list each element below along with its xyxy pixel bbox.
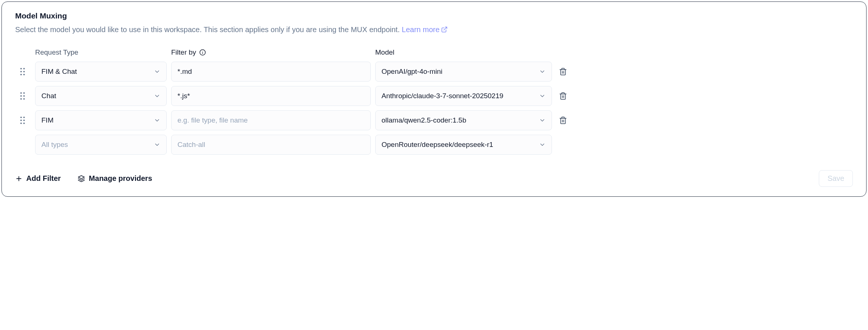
model-select[interactable]: ollama/qwen2.5-coder:1.5b <box>375 110 552 130</box>
svg-point-17 <box>23 98 25 100</box>
request-type-value: Chat <box>41 92 56 100</box>
model-muxing-panel: Model Muxing Select the model you would … <box>1 1 867 197</box>
delete-rule-button[interactable] <box>556 65 570 78</box>
request-type-value: FIM <box>41 116 54 124</box>
rule-row: FIM & ChatOpenAI/gpt-4o-mini <box>15 62 853 82</box>
learn-more-link[interactable]: Learn more <box>402 25 448 34</box>
model-value: ollama/qwen2.5-coder:1.5b <box>382 116 466 124</box>
info-icon[interactable] <box>199 49 206 56</box>
drag-handle-icon[interactable] <box>15 67 31 76</box>
filter-input <box>177 135 365 154</box>
svg-point-8 <box>20 74 22 75</box>
request-type-value: All types <box>41 141 68 149</box>
chevron-down-icon <box>539 141 546 148</box>
chevron-down-icon <box>154 141 160 148</box>
svg-point-12 <box>20 92 22 94</box>
drag-handle-icon[interactable] <box>15 91 31 101</box>
manage-providers-button[interactable]: Manage providers <box>78 174 152 183</box>
svg-point-24 <box>20 123 22 124</box>
svg-point-22 <box>20 120 22 121</box>
chevron-down-icon <box>154 117 160 124</box>
filter-input-wrapper <box>171 86 371 106</box>
chevron-down-icon <box>154 68 160 75</box>
svg-point-4 <box>20 68 22 69</box>
plus-icon <box>15 175 23 182</box>
delete-rule-button[interactable] <box>556 114 570 127</box>
rules-list: FIM & ChatOpenAI/gpt-4o-miniChatAnthropi… <box>15 62 853 155</box>
svg-point-23 <box>23 120 25 121</box>
model-select[interactable]: OpenRouter/deepseek/deepseek-r1 <box>375 135 552 155</box>
svg-point-9 <box>23 74 25 75</box>
filter-input-wrapper <box>171 135 371 155</box>
svg-point-15 <box>23 95 25 97</box>
add-filter-button[interactable]: Add Filter <box>15 174 61 183</box>
model-select[interactable]: OpenAI/gpt-4o-mini <box>375 62 552 82</box>
svg-point-20 <box>20 117 22 118</box>
external-link-icon <box>441 26 448 33</box>
rule-row: FIMollama/qwen2.5-coder:1.5b <box>15 110 853 130</box>
save-button[interactable]: Save <box>819 170 853 187</box>
svg-line-0 <box>444 27 447 30</box>
header-model: Model <box>375 48 552 56</box>
svg-point-6 <box>20 71 22 72</box>
filter-input[interactable] <box>177 62 365 81</box>
trash-icon <box>559 116 567 124</box>
table-header: Request Type Filter by Model <box>15 48 853 56</box>
svg-point-14 <box>20 95 22 97</box>
request-type-select[interactable]: Chat <box>35 86 167 106</box>
chevron-down-icon <box>539 93 546 99</box>
model-select[interactable]: Anthropic/claude-3-7-sonnet-20250219 <box>375 86 552 106</box>
rule-row: All typesOpenRouter/deepseek/deepseek-r1 <box>15 135 853 155</box>
trash-icon <box>559 68 567 76</box>
trash-icon <box>559 92 567 100</box>
header-filter-by: Filter by <box>171 48 371 56</box>
header-request-type: Request Type <box>35 48 167 56</box>
rule-row: ChatAnthropic/claude-3-7-sonnet-20250219 <box>15 86 853 106</box>
svg-point-7 <box>23 71 25 72</box>
filter-input[interactable] <box>177 111 365 130</box>
delete-rule-button[interactable] <box>556 89 570 103</box>
drag-handle-icon[interactable] <box>15 116 31 125</box>
chevron-down-icon <box>154 93 160 99</box>
model-value: OpenAI/gpt-4o-mini <box>382 68 443 76</box>
svg-point-16 <box>20 98 22 100</box>
svg-point-13 <box>23 92 25 94</box>
svg-point-5 <box>23 68 25 69</box>
filter-input-wrapper <box>171 62 371 82</box>
svg-point-25 <box>23 123 25 124</box>
request-type-select: All types <box>35 135 167 155</box>
request-type-select[interactable]: FIM & Chat <box>35 62 167 82</box>
svg-point-21 <box>23 117 25 118</box>
chevron-down-icon <box>539 117 546 124</box>
model-value: Anthropic/claude-3-7-sonnet-20250219 <box>382 92 503 100</box>
svg-marker-30 <box>78 175 85 178</box>
request-type-value: FIM & Chat <box>41 68 77 76</box>
filter-input-wrapper <box>171 110 371 130</box>
panel-description: Select the model you would like to use i… <box>15 24 853 35</box>
filter-input[interactable] <box>177 86 365 106</box>
panel-title: Model Muxing <box>15 11 853 20</box>
layers-icon <box>78 175 85 182</box>
chevron-down-icon <box>539 68 546 75</box>
model-value: OpenRouter/deepseek/deepseek-r1 <box>382 141 493 149</box>
request-type-select[interactable]: FIM <box>35 110 167 130</box>
panel-footer: Add Filter Manage providers Save <box>15 170 853 187</box>
